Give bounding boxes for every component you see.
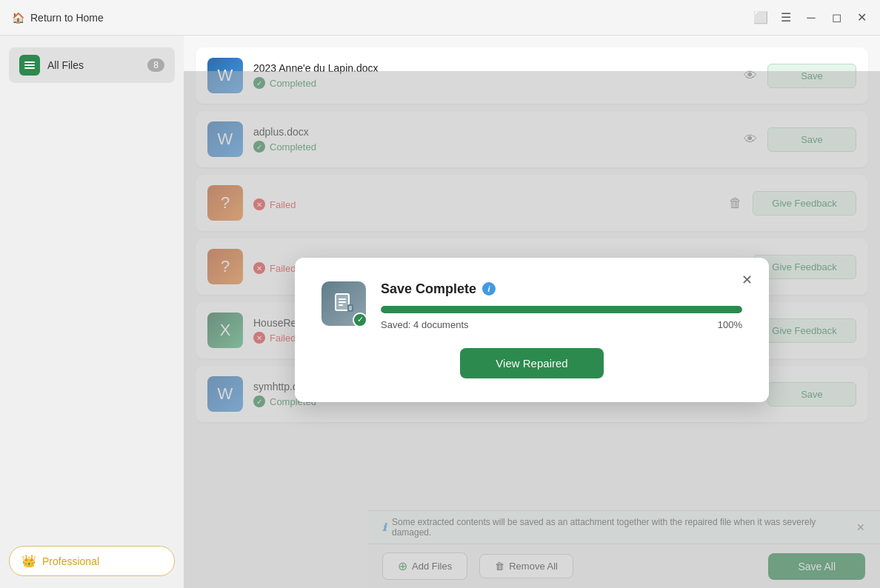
svg-rect-7 [339,304,343,306]
modal-title-area: Save Complete i Saved: 4 documents 100% [381,281,742,330]
titlebar: 🏠 Return to Home ⬜ ☰ ─ ◻ ✕ [0,0,880,36]
svg-rect-0 [24,61,35,63]
all-files-icon [19,55,40,76]
modal-overlay: ✕ [184,71,880,588]
modal-header: ✓ Save Complete i Saved [321,281,742,330]
modal-check-icon: ✓ [353,313,367,327]
svg-rect-6 [339,301,346,303]
view-repaired-button[interactable]: View Repaired [460,348,603,378]
modal-title: Save Complete i [381,281,742,297]
progress-info: Saved: 4 documents 100% [381,319,742,330]
maximize-button[interactable]: ◻ [830,11,843,24]
main-layout: All Files 8 👑 Professional W 2023 Anne'e… [0,36,880,588]
professional-button[interactable]: 👑 Professional [9,546,175,576]
monitor-icon[interactable]: ⬜ [754,11,767,24]
svg-rect-1 [24,64,35,66]
svg-rect-5 [339,298,346,300]
sidebar: All Files 8 👑 Professional [0,36,184,588]
all-files-label: All Files [47,59,140,71]
close-button[interactable]: ✕ [855,11,868,24]
home-label: Return to Home [30,12,104,24]
info-circle-icon[interactable]: i [482,282,496,295]
menu-icon[interactable]: ☰ [779,11,793,24]
modal-footer: View Repaired [321,348,742,378]
svg-rect-9 [349,306,352,310]
professional-label: Professional [42,555,99,567]
svg-rect-2 [24,67,35,69]
sidebar-item-all-files[interactable]: All Files 8 [9,47,175,83]
crown-icon: 👑 [21,554,36,568]
modal-file-icon-container: ✓ [321,281,366,326]
window-controls: ⬜ ☰ ─ ◻ ✕ [754,11,868,24]
saved-text: Saved: 4 documents [381,319,469,330]
home-button[interactable]: 🏠 Return to Home [12,12,104,24]
modal-close-button[interactable]: ✕ [736,270,757,290]
save-complete-modal: ✕ [295,258,769,402]
all-files-count: 8 [147,59,164,72]
minimize-button[interactable]: ─ [804,11,818,24]
home-icon: 🏠 [12,12,24,24]
progress-bar-bg [381,306,742,313]
progress-bar-fill [381,306,742,313]
close-icon: ✕ [741,272,753,288]
progress-percent: 100% [718,319,742,330]
